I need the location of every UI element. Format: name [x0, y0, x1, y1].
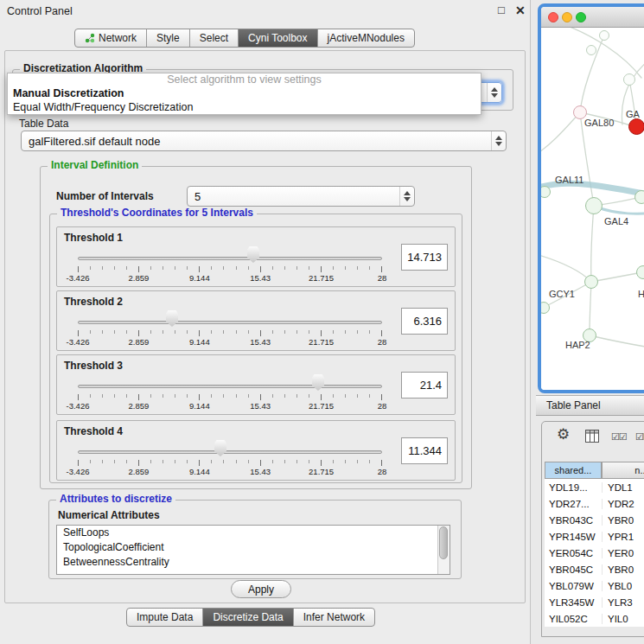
threshold-3-slider[interactable]: -3.426 2.859 9.144 15.43 21.715 28 [78, 373, 382, 412]
slider-major-ticks [78, 266, 382, 272]
threshold-4-value-field[interactable]: 11.344 [401, 437, 448, 464]
threshold-1-panel: Threshold 1 -3.426 2.859 9.144 15.43 21.… [56, 226, 456, 287]
tab-impute-data[interactable]: Impute Data [127, 609, 202, 626]
node-label: GAL4 [604, 216, 628, 226]
network-view-window: GAL80 GA GAL11 GAL4 GCY1 H HAP2 [538, 3, 644, 393]
network-node[interactable] [636, 265, 644, 279]
number-of-intervals-value: 5 [188, 190, 399, 203]
network-canvas[interactable]: GAL80 GA GAL11 GAL4 GCY1 H HAP2 [541, 28, 644, 390]
network-node[interactable] [599, 30, 609, 41]
threshold-1-slider[interactable]: -3.426 2.859 9.144 15.43 21.715 28 [78, 245, 382, 284]
table-row[interactable]: YDR27...YDR2 [545, 495, 644, 512]
column-header-name[interactable]: n... [602, 462, 644, 479]
dropdown-option-manual-discretization[interactable]: Manual Discretization [8, 86, 481, 100]
numerical-attributes-list[interactable]: SelfLoops TopologicalCoefficient Between… [56, 525, 450, 575]
table-row[interactable]: YBR045CYBR0 [545, 561, 644, 577]
network-node[interactable] [623, 73, 635, 86]
slider-track[interactable] [78, 385, 382, 388]
threshold-1-label: Threshold 1 [64, 232, 123, 244]
threshold-1-value-field[interactable]: 14.713 [401, 244, 448, 271]
network-node-gal4[interactable] [585, 197, 603, 214]
slider-track[interactable] [78, 257, 382, 260]
network-node-selected[interactable] [628, 118, 644, 135]
threshold-2-label: Threshold 2 [64, 296, 123, 308]
top-tab-bar: Network Style Select Cyni Toolbox jActiv… [74, 29, 415, 48]
threshold-4-slider[interactable]: -3.426 2.859 9.144 15.43 21.715 28 [78, 438, 382, 478]
table-panel-title: Table Panel [546, 399, 601, 411]
attributes-group: Attributes to discretize Numerical Attri… [48, 500, 462, 579]
tab-infer-network[interactable]: Infer Network [293, 609, 374, 626]
column-header-shared-name[interactable]: shared... [545, 462, 602, 479]
table-row[interactable]: YIL052CYIL0 [545, 610, 644, 627]
slider-thumb[interactable] [166, 310, 178, 327]
network-node[interactable] [586, 45, 596, 55]
list-item[interactable]: BetweennessCentrality [57, 555, 450, 570]
table-panel-window: ⚙ ☑☑ ☑☑ shared... n... YDL19...YDL1 YDR2… [541, 421, 644, 637]
zoom-button[interactable] [576, 12, 586, 22]
slider-major-ticks [78, 460, 382, 466]
tab-style[interactable]: Style [146, 29, 189, 47]
node-label: GAL11 [555, 175, 583, 185]
node-label: GAL80 [584, 118, 614, 128]
slider-thumb[interactable] [312, 374, 324, 391]
threshold-3-label: Threshold 3 [64, 360, 123, 372]
table-row[interactable]: YBR043CYBR0 [545, 512, 644, 528]
select-rows-icon[interactable]: ☑☑ [635, 431, 644, 443]
threshold-2-slider[interactable]: -3.426 2.859 9.144 15.43 21.715 28 [78, 309, 382, 348]
tab-discretize-data[interactable]: Discretize Data [202, 609, 292, 626]
slider-tick-labels: -3.426 2.859 9.144 15.43 21.715 28 [78, 337, 382, 348]
apply-button[interactable]: Apply [231, 580, 291, 598]
table-row[interactable]: YER054CYER0 [545, 545, 644, 561]
columns-icon[interactable] [585, 430, 599, 443]
node-label: GA [626, 109, 640, 119]
close-button[interactable] [548, 12, 558, 22]
dropdown-placeholder-option[interactable]: Select algorithm to view settings [8, 73, 481, 86]
tab-network-label: Network [99, 32, 137, 44]
screen: Control Panel □ ✕ Network Style S [0, 0, 644, 644]
slider-track[interactable] [78, 321, 382, 324]
window-title: Control Panel [7, 5, 73, 17]
dropdown-option-equal-width-frequency[interactable]: Equal Width/Frequency Discretization [8, 100, 481, 114]
tab-jactivemnodules[interactable]: jActiveMNodules [317, 29, 414, 47]
attributes-group-title: Attributes to discretize [56, 493, 175, 505]
scrollbar-thumb[interactable] [439, 526, 448, 559]
table-row[interactable]: YDL19...YDL1 [545, 479, 644, 495]
threshold-3-value-field[interactable]: 21.4 [401, 372, 448, 399]
slider-thumb[interactable] [247, 246, 259, 263]
slider-track[interactable] [78, 450, 382, 454]
list-item[interactable]: TopologicalCoefficient [57, 540, 450, 555]
minimize-button[interactable] [562, 12, 572, 22]
settings-gear-icon[interactable]: ⚙ [557, 427, 570, 442]
table-data-combobox[interactable]: galFiltered.sif default node [21, 131, 507, 151]
number-of-intervals-label: Number of Intervals [56, 190, 154, 202]
slider-major-ticks [78, 330, 382, 336]
control-panel-titlebar[interactable]: Control Panel □ ✕ [0, 0, 531, 22]
table-panel-header: Table Panel [536, 395, 644, 416]
threshold-3-panel: Threshold 3 -3.426 2.859 9.144 15.43 21.… [56, 354, 456, 415]
combo-arrows-icon [491, 131, 506, 150]
slider-major-ticks [78, 394, 382, 400]
network-node-gcy1[interactable] [584, 275, 598, 289]
threshold-4-label: Threshold 4 [64, 425, 123, 437]
tab-select[interactable]: Select [189, 29, 238, 47]
numerical-attributes-heading: Numerical Attributes [58, 509, 160, 521]
table-row[interactable]: YBL079WYBL0 [545, 577, 644, 594]
tab-cyni-toolbox[interactable]: Cyni Toolbox [238, 29, 316, 47]
interval-definition-group: Interval Definition Number of Intervals … [40, 166, 472, 489]
slider-thumb[interactable] [214, 440, 226, 456]
list-scrollbar[interactable] [437, 526, 450, 574]
network-node[interactable] [634, 190, 644, 204]
bottom-tab-bar: Impute Data Discretize Data Infer Networ… [126, 608, 375, 627]
select-columns-icon[interactable]: ☑☑ [611, 431, 627, 443]
close-window-icon[interactable]: ✕ [515, 3, 526, 17]
table-row[interactable]: YLR345WYLR3 [545, 594, 644, 610]
network-window-titlebar[interactable] [541, 7, 644, 28]
list-item[interactable]: SelfLoops [57, 526, 450, 540]
table-row[interactable]: YPR145WYPR1 [545, 528, 644, 545]
table-toolbar: ⚙ ☑☑ ☑☑ [542, 422, 644, 456]
tab-network[interactable]: Network [75, 29, 146, 47]
number-of-intervals-combobox[interactable]: 5 [187, 186, 415, 207]
threshold-2-value-field[interactable]: 6.316 [401, 308, 448, 335]
zoom-window-icon[interactable]: □ [498, 3, 505, 16]
network-icon [85, 33, 95, 43]
